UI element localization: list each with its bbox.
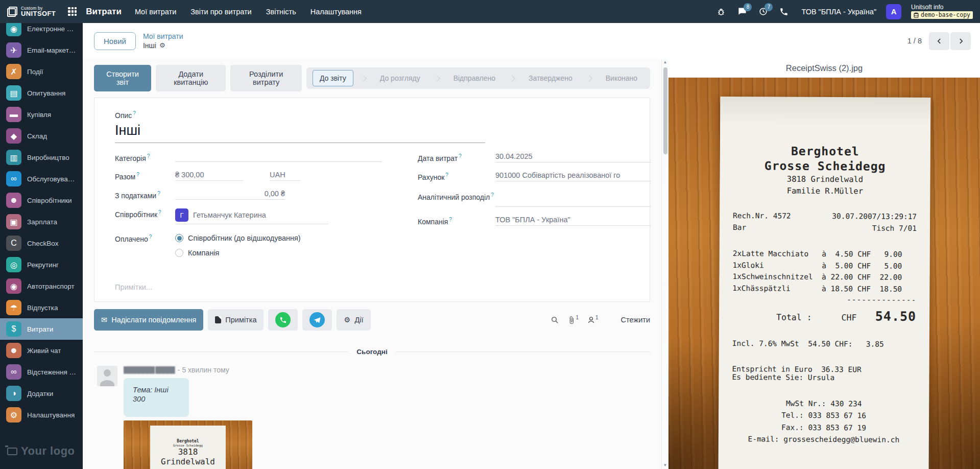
sidebar-item[interactable]: ◑ Додатки	[0, 383, 83, 404]
sidebar-item[interactable]: ▬ Купівля	[0, 104, 83, 125]
scrollbar-thumb[interactable]	[663, 67, 667, 154]
sidebar-item[interactable]: ✗ Події	[0, 61, 83, 82]
sidebar-item[interactable]: $ Витрати	[0, 318, 83, 340]
statusbar: До звіту До розгляду Відправлено Затверд…	[306, 67, 650, 89]
paid-by-option[interactable]: Компанія	[175, 249, 301, 257]
search-messages-icon[interactable]	[551, 316, 559, 324]
currency-input[interactable]: UAH	[270, 171, 300, 181]
sidebar-item[interactable]: C CheckBox	[0, 232, 83, 254]
sidebar-menu: ◉ Електронне на... ✈ Email-маркетинг ✗ П…	[0, 23, 83, 426]
app-menu-item[interactable]: Налаштування	[310, 8, 362, 16]
app-icon: ◆	[6, 128, 21, 144]
vertical-scrollbar[interactable]: ▲ ▼	[661, 59, 668, 469]
user-avatar[interactable]: A	[886, 4, 901, 19]
activities-clock-icon[interactable]: 7	[757, 6, 769, 17]
pager-previous-button[interactable]	[929, 32, 949, 50]
receipt-item-line: 1xGloki à 5.00 CHF 5.00	[733, 260, 917, 272]
new-button[interactable]: Новий	[94, 32, 136, 50]
taxes-input[interactable]: 0,00 ₴	[175, 190, 285, 200]
help-icon[interactable]: ?	[157, 191, 160, 196]
help-icon[interactable]: ?	[491, 192, 494, 198]
breadcrumb-gear-icon[interactable]: ⚙	[159, 42, 165, 50]
receipt-total: Total : CHF 54.50	[732, 308, 916, 324]
scroll-up-icon[interactable]: ▲	[663, 59, 667, 66]
status-step[interactable]: Відправлено	[447, 71, 502, 86]
phone-icon[interactable]	[778, 6, 790, 17]
send-message-button[interactable]: ✉ Надіслати повідомлення	[94, 309, 203, 331]
account-input[interactable]: 901000 Собівартість реалізованої го	[495, 171, 651, 181]
apps-grid-icon[interactable]	[68, 7, 77, 16]
notes-input[interactable]: Примітки...	[115, 283, 629, 291]
receipt-hotel-name: Berghotel	[733, 144, 917, 159]
breadcrumb-parent[interactable]: Мої витрати	[143, 32, 183, 40]
help-icon[interactable]: ?	[158, 209, 161, 215]
paid-by-option[interactable]: Співробітник (до відшкодування)	[175, 234, 301, 242]
sidebar-item[interactable]: ⚙ Налаштування	[0, 404, 83, 426]
paid-by-options: Співробітник (до відшкодування) Компанія	[175, 233, 301, 257]
unitsoft-logo[interactable]: Custom by UNITSOFT	[7, 6, 56, 17]
sidebar-item[interactable]: ☻ Співробітники	[0, 190, 83, 211]
company-switcher[interactable]: ТОВ "БПЛА - Україна"	[801, 8, 876, 16]
app-menu-item[interactable]: Звітність	[266, 8, 296, 16]
company-label: Компанія	[418, 217, 448, 225]
status-step[interactable]: До звіту	[313, 70, 353, 86]
attachment-filename[interactable]: ReceiptSwiss (2).jpg	[668, 59, 980, 78]
description-input[interactable]: Інші	[115, 123, 485, 143]
pager-next-button[interactable]	[950, 32, 971, 50]
create-report-button[interactable]: Створити звіт	[94, 65, 151, 91]
category-input[interactable]	[175, 152, 382, 162]
messages-icon[interactable]: 8	[736, 6, 748, 17]
help-icon[interactable]: ?	[133, 110, 136, 116]
sidebar-item[interactable]: ◉ Автотранспорт	[0, 275, 83, 297]
employee-input[interactable]: Г Гетьманчук Катерина	[175, 208, 328, 224]
sidebar-item[interactable]: ▤ Опитування	[0, 82, 83, 104]
receipt-photo[interactable]: Berghotel Grosse Scheidegg 3818 Grindelw…	[668, 78, 980, 469]
status-step[interactable]: Виконано	[599, 71, 644, 86]
sidebar-item[interactable]: ▥ Виробництво	[0, 147, 83, 168]
help-icon[interactable]: ?	[149, 234, 152, 240]
sidebar-item[interactable]: ▣ Зарплата	[0, 211, 83, 232]
actions-button[interactable]: ⚙ Дії	[337, 309, 370, 331]
current-app-name[interactable]: Витрати	[86, 7, 122, 17]
log-note-button[interactable]: Примітка	[208, 309, 264, 331]
telegram-button[interactable]	[302, 309, 332, 331]
database-name: demo-base-copy	[921, 12, 970, 18]
date-input[interactable]: 30.04.2025	[495, 152, 651, 162]
whatsapp-button[interactable]	[268, 309, 298, 331]
sidebar-item[interactable]: ◎ Рекрутинг	[0, 254, 83, 275]
total-input[interactable]: ₴ 300,00	[175, 171, 243, 181]
scroll-down-icon[interactable]: ▼	[663, 462, 667, 469]
add-receipt-button[interactable]: Додати квитанцію	[156, 65, 226, 91]
help-icon[interactable]: ?	[459, 153, 462, 159]
help-icon[interactable]: ?	[449, 217, 452, 222]
sidebar-item[interactable]: ◉ Електронне на...	[0, 23, 83, 39]
sidebar-item[interactable]: ∞ Відстеження по...	[0, 361, 83, 383]
sidebar-item[interactable]: ◆ Склад	[0, 125, 83, 147]
debug-bug-icon[interactable]	[715, 6, 727, 17]
help-icon[interactable]: ?	[445, 172, 448, 178]
your-logo-placeholder[interactable]: Your logo	[0, 435, 83, 469]
followers-button[interactable]: 1	[587, 316, 599, 324]
sidebar-item[interactable]: ☂ Відпустка	[0, 297, 83, 318]
app-icon: ∞	[6, 364, 21, 380]
follow-button[interactable]: Стежити	[621, 316, 650, 324]
company-input[interactable]: ТОВ "БПЛА - Україна"	[495, 216, 651, 226]
help-icon[interactable]: ?	[147, 153, 150, 159]
analytic-label: Аналітичний розподіл	[418, 193, 490, 201]
sidebar-item[interactable]: ☻ Живий чат	[0, 340, 83, 361]
app-menu-item[interactable]: Мої витрати	[135, 8, 176, 16]
sidebar-item[interactable]: ✈ Email-маркетинг	[0, 39, 83, 61]
status-step[interactable]: Затверджено	[522, 71, 579, 86]
paid-by-label: Оплачено	[115, 235, 148, 243]
analytic-input[interactable]	[495, 197, 651, 207]
help-icon[interactable]: ?	[136, 172, 139, 177]
attachments-button[interactable]: 1	[567, 316, 579, 324]
author-avatar[interactable]	[97, 366, 117, 386]
receipt-attachment-thumbnail[interactable]: BerghotelGrosse Scheidegg3818 Grindelwal…	[124, 420, 252, 469]
status-step[interactable]: До розгляду	[373, 71, 427, 86]
split-expense-button[interactable]: Розділити витрату	[230, 65, 302, 91]
sidebar-item[interactable]: ∞ Обслуговування	[0, 168, 83, 190]
message-time: - 5 хвилин тому	[178, 366, 229, 374]
app-menu-item[interactable]: Звіти про витрати	[190, 8, 251, 16]
author-name-obscured[interactable]: ████████ █████	[124, 366, 175, 373]
